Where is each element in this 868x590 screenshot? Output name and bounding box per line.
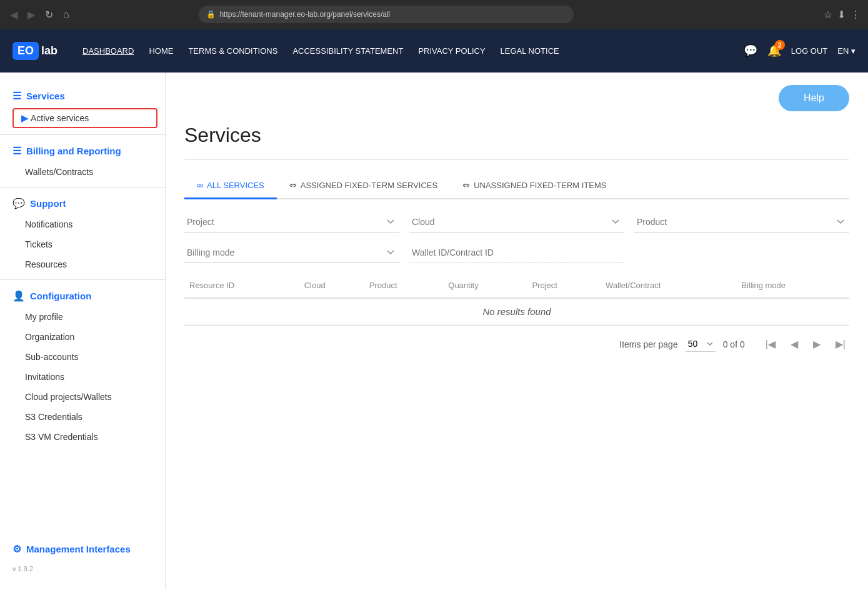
billing-mode-filter[interactable]: Billing mode xyxy=(184,242,399,263)
col-cloud: Cloud xyxy=(299,273,364,298)
table-header: Resource ID Cloud Product Quantity Proje… xyxy=(184,273,849,298)
back-button[interactable]: ◀ xyxy=(7,6,20,23)
help-container: Help xyxy=(184,72,849,118)
content-area: Help Services ∞ ALL SERVICES ⇔ ASSIGNED … xyxy=(166,72,868,590)
sidebar-divider-2 xyxy=(0,187,165,188)
title-divider xyxy=(184,159,849,160)
top-navbar: EO lab DASHBOARD HOME TERMS & CONDITIONS… xyxy=(0,29,868,72)
product-filter[interactable]: Product xyxy=(634,212,849,232)
language-selector[interactable]: EN ▾ xyxy=(837,46,856,56)
prev-page-button[interactable]: ◀ xyxy=(787,336,802,352)
unassigned-items-icon: ⇔ xyxy=(462,180,470,190)
bookmark-icon[interactable]: ☆ xyxy=(824,9,832,21)
billing-mode-filter-group: Billing mode xyxy=(184,242,399,263)
wallet-filter-group xyxy=(409,242,624,263)
more-icon[interactable]: ⋮ xyxy=(851,9,861,21)
last-page-button[interactable]: ▶| xyxy=(832,336,849,352)
nav-terms[interactable]: TERMS & CONDITIONS xyxy=(188,46,277,56)
sidebar-item-notifications[interactable]: Notifications xyxy=(0,214,165,234)
page-title: Services xyxy=(184,124,849,147)
sidebar-support-header[interactable]: 💬 Support xyxy=(0,192,165,214)
tab-assigned-services[interactable]: ⇔ ASSIGNED FIXED-TERM SERVICES xyxy=(277,172,450,199)
sidebar-item-resources[interactable]: Resources xyxy=(0,254,165,274)
management-icon: ⚙ xyxy=(12,543,21,555)
sidebar-support-label: Support xyxy=(30,198,66,209)
items-per-page-label: Items per page xyxy=(619,339,677,349)
nav-dashboard[interactable]: DASHBOARD xyxy=(82,46,134,56)
download-icon[interactable]: ⬇ xyxy=(837,9,846,21)
notification-badge: 2 xyxy=(775,40,785,50)
notification-icon[interactable]: 🔔 2 xyxy=(767,44,781,58)
col-billing-mode: Billing mode xyxy=(736,273,849,298)
cloud-filter-group: Cloud xyxy=(409,212,624,232)
forward-button[interactable]: ▶ xyxy=(25,6,37,23)
nav-accessibility[interactable]: ACCESSIBILITY STATEMENT xyxy=(292,46,403,56)
refresh-button[interactable]: ↻ xyxy=(42,6,56,23)
product-filter-group: Product xyxy=(634,212,849,232)
nav-privacy[interactable]: PRIVACY POLICY xyxy=(418,46,485,56)
logo[interactable]: EO lab xyxy=(12,42,57,60)
all-services-icon: ∞ xyxy=(197,180,203,190)
services-icon: ☰ xyxy=(12,90,21,102)
browser-chrome: ◀ ▶ ↻ ⌂ 🔒 https://tenant-manager.eo-lab.… xyxy=(0,0,868,29)
sidebar-management-label: Management Interfaces xyxy=(26,544,131,554)
sidebar-configuration-label: Configuration xyxy=(30,291,91,301)
sidebar-item-my-profile[interactable]: My profile xyxy=(0,307,165,327)
sidebar-item-s3-vm-credentials[interactable]: S3 VM Credentials xyxy=(0,427,165,447)
main-layout: ☰ Services ▶ Active services ☰ Billing a… xyxy=(0,72,868,590)
logo-lab: lab xyxy=(41,44,57,58)
sidebar-services-header[interactable]: ☰ Services xyxy=(0,85,165,107)
sidebar-item-wallets[interactable]: Wallets/Contracts xyxy=(0,162,165,182)
wallet-input[interactable] xyxy=(409,242,624,263)
sidebar-management-header[interactable]: ⚙ Management Interfaces xyxy=(0,538,165,560)
nav-right: 💬 🔔 2 LOG OUT EN ▾ xyxy=(744,44,856,58)
logout-button[interactable]: LOG OUT xyxy=(791,46,828,56)
url-text: https://tenant-manager.eo-lab.org/panel/… xyxy=(219,10,390,19)
project-filter[interactable]: Project xyxy=(184,212,399,232)
next-page-button[interactable]: ▶ xyxy=(809,336,824,352)
sidebar-divider-1 xyxy=(0,134,165,135)
tabs-container: ∞ ALL SERVICES ⇔ ASSIGNED FIXED-TERM SER… xyxy=(184,172,849,199)
sidebar-item-s3-credentials[interactable]: S3 Credentials xyxy=(0,407,165,427)
services-table: Resource ID Cloud Product Quantity Proje… xyxy=(184,273,849,325)
filters-row-2: Billing mode xyxy=(184,242,849,263)
filters-row-1: Project Cloud Product xyxy=(184,212,849,232)
tab-unassigned-items[interactable]: ⇔ UNASSIGNED FIXED-TERM ITEMS xyxy=(450,172,619,199)
project-filter-group: Project xyxy=(184,212,399,232)
table-body: No results found xyxy=(184,298,849,325)
sidebar: ☰ Services ▶ Active services ☰ Billing a… xyxy=(0,72,166,590)
sidebar-item-tickets[interactable]: Tickets xyxy=(0,234,165,254)
tab-all-services[interactable]: ∞ ALL SERVICES xyxy=(184,172,277,199)
sidebar-configuration-header[interactable]: 👤 Configuration xyxy=(0,285,165,307)
col-product: Product xyxy=(364,273,444,298)
chat-icon[interactable]: 💬 xyxy=(744,44,757,58)
help-button[interactable]: Help xyxy=(779,85,849,111)
nav-legal[interactable]: LEGAL NOTICE xyxy=(501,46,559,56)
version-text: v 1.9.2 xyxy=(0,560,165,578)
items-per-page-select[interactable]: 10 25 50 100 xyxy=(686,336,716,352)
pagination-row: Items per page 10 25 50 100 0 of 0 |◀ ◀ … xyxy=(184,325,849,362)
first-page-button[interactable]: |◀ xyxy=(762,336,779,352)
col-resource-id: Resource ID xyxy=(184,273,299,298)
address-bar[interactable]: 🔒 https://tenant-manager.eo-lab.org/pane… xyxy=(199,6,574,23)
home-button[interactable]: ⌂ xyxy=(61,6,72,22)
col-quantity: Quantity xyxy=(443,273,527,298)
sidebar-item-cloud-projects[interactable]: Cloud projects/Wallets xyxy=(0,387,165,407)
sidebar-active-services-label: Active services xyxy=(31,113,89,123)
sidebar-services-label: Services xyxy=(26,91,65,101)
pagination-count: 0 of 0 xyxy=(723,339,754,349)
cloud-filter[interactable]: Cloud xyxy=(409,212,624,232)
nav-home[interactable]: HOME xyxy=(149,46,173,56)
sidebar-item-sub-accounts[interactable]: Sub-accounts xyxy=(0,347,165,367)
logo-eo: EO xyxy=(12,42,39,60)
sidebar-item-organization[interactable]: Organization xyxy=(0,327,165,347)
col-project: Project xyxy=(527,273,601,298)
sidebar-item-invitations[interactable]: Invitations xyxy=(0,367,165,387)
configuration-icon: 👤 xyxy=(12,290,25,302)
no-results-row: No results found xyxy=(184,298,849,325)
sidebar-billing-label: Billing and Reporting xyxy=(26,146,121,156)
table-header-row: Resource ID Cloud Product Quantity Proje… xyxy=(184,273,849,298)
sidebar-billing-header[interactable]: ☰ Billing and Reporting xyxy=(0,140,165,162)
billing-icon: ☰ xyxy=(12,145,21,157)
sidebar-item-active-services[interactable]: ▶ Active services xyxy=(12,108,157,128)
